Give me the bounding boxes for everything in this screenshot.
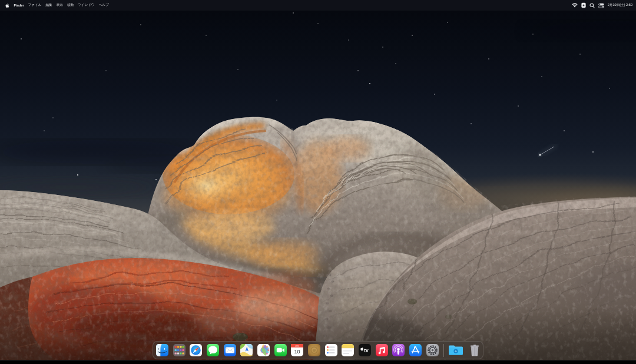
svg-text:tv: tv [364, 348, 369, 353]
svg-text:2月: 2月 [296, 345, 299, 348]
svg-text:10: 10 [294, 349, 300, 355]
